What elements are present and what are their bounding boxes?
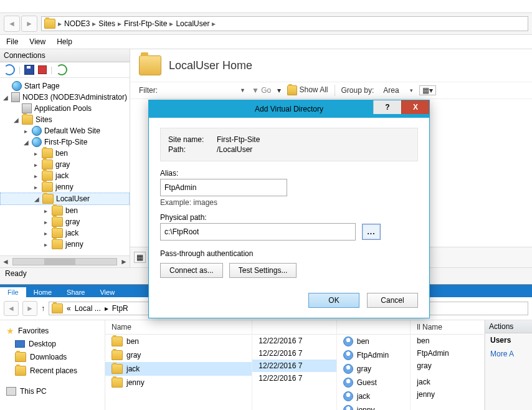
folder-icon	[52, 239, 63, 249]
passthrough-label: Pass-through authentication	[160, 249, 418, 258]
explorer-up[interactable]: ↑	[41, 304, 45, 313]
breadcrumb[interactable]: ▸NODE3 ▸Sites ▸First-Ftp-Site ▸LocalUser…	[41, 16, 528, 31]
save-icon[interactable]	[24, 65, 34, 75]
tree-folder[interactable]: jenny	[55, 183, 74, 191]
tree-folder[interactable]: jenny	[65, 240, 83, 249]
actions-header: Actions	[485, 320, 532, 333]
alias-example: Example: images	[160, 198, 418, 207]
breadcrumb-item[interactable]: FtpR	[112, 304, 128, 313]
add-virtual-directory-dialog: Add Virtual Directory ? X Site name:Firs…	[148, 100, 430, 318]
nav-favorites[interactable]: ★Favorites	[2, 324, 102, 338]
tab-home[interactable]: Home	[26, 287, 59, 297]
alias-label: Alias:	[160, 169, 418, 178]
browse-button[interactable]: ...	[362, 224, 381, 240]
tree-ftp-site[interactable]: First-Ftp-Site	[44, 138, 87, 146]
tree-apppools[interactable]: Application Pools	[34, 104, 92, 113]
tab-share[interactable]: Share	[59, 287, 92, 297]
menu-help[interactable]: Help	[57, 37, 72, 46]
list-full: jenny	[411, 388, 484, 401]
nav-recent[interactable]: Recent places	[2, 364, 102, 378]
tree-localuser[interactable]: LocalUser	[56, 194, 90, 203]
connect-as-button[interactable]: Connect as...	[160, 263, 223, 278]
horizontal-scrollbar[interactable]: ◄►	[0, 255, 130, 267]
window-titlebar	[0, 0, 532, 13]
user-icon	[343, 405, 353, 410]
breadcrumb-item[interactable]: Local ...	[75, 304, 101, 313]
alias-input[interactable]	[160, 179, 287, 196]
dialog-close-button[interactable]: X	[401, 100, 429, 114]
groupby-value[interactable]: Area	[380, 85, 402, 96]
list-item[interactable]: gray	[105, 348, 252, 362]
dialog-help-button[interactable]: ?	[373, 100, 401, 114]
nav-thispc[interactable]: This PC	[2, 385, 102, 398]
list-item[interactable]: jenny	[105, 376, 252, 389]
column-fullname[interactable]: ll Name	[411, 320, 484, 335]
explorer-nav-pane[interactable]: ★Favorites Desktop Downloads Recent plac…	[0, 320, 105, 410]
list-item[interactable]: jack	[105, 362, 252, 376]
folder-icon	[22, 115, 33, 125]
tree-folder[interactable]: jack	[65, 229, 78, 237]
forward-button[interactable]: ►	[21, 16, 37, 32]
physical-path-input[interactable]	[160, 223, 356, 241]
list-item[interactable]: gray	[337, 362, 411, 376]
ok-button[interactable]: OK	[308, 293, 359, 308]
list-item[interactable]: ben	[337, 335, 411, 348]
explorer-file-list[interactable]: Name ben gray jack jenny 12/22/2016 7 12…	[105, 320, 485, 410]
explorer-back[interactable]: ◄	[4, 301, 19, 316]
tree-folder[interactable]: gray	[55, 160, 70, 169]
features-view-icon[interactable]: ▦	[134, 252, 146, 263]
cancel-button[interactable]: Cancel	[367, 293, 418, 308]
show-all[interactable]: Show All	[287, 85, 328, 95]
user-icon	[343, 350, 353, 360]
list-item[interactable]: jack	[337, 389, 411, 403]
breadcrumb-item[interactable]: First-Ftp-Site	[124, 19, 167, 28]
user-icon	[343, 336, 353, 346]
star-icon: ★	[6, 326, 14, 336]
list-item[interactable]: jenny	[337, 403, 411, 410]
filter-dropdown[interactable]: ▼	[240, 87, 245, 93]
tab-file[interactable]: File	[0, 287, 26, 297]
tree-folder[interactable]: gray	[65, 217, 80, 226]
physical-path-label: Physical path:	[160, 213, 418, 222]
tree-default-site[interactable]: Default Web Site	[44, 126, 100, 135]
back-button[interactable]: ◄	[4, 16, 20, 32]
breadcrumb-item[interactable]: NODE3	[64, 19, 90, 28]
refresh2-icon[interactable]	[56, 64, 67, 75]
stop-icon[interactable]	[38, 65, 47, 74]
tree-server[interactable]: NODE3 (NODE3\Administrator)	[22, 93, 127, 102]
tab-view[interactable]: View	[92, 287, 122, 297]
view-toggle[interactable]: ▦▾	[419, 85, 436, 95]
folder-icon	[15, 352, 26, 362]
tree-folder[interactable]: ben	[55, 149, 68, 158]
tree-sites[interactable]: Sites	[36, 115, 52, 124]
breadcrumb-item[interactable]: Sites	[98, 19, 115, 28]
refresh-icon[interactable]	[4, 64, 15, 75]
nav-desktop[interactable]: Desktop	[2, 338, 102, 350]
list-item[interactable]: FtpAdmin	[337, 348, 411, 362]
actions-more[interactable]: More A	[485, 347, 532, 361]
folder-icon	[52, 303, 63, 313]
folder-icon	[42, 148, 53, 158]
tree-folder[interactable]: ben	[65, 206, 78, 215]
column-name[interactable]: Name	[105, 320, 252, 335]
list-full: jack	[411, 376, 484, 388]
menu-file[interactable]: File	[6, 37, 18, 46]
groupby-label: Group by:	[341, 86, 374, 95]
list-item[interactable]: ben	[105, 335, 252, 348]
go-button[interactable]: ▼ Go	[252, 86, 271, 95]
folder-icon	[52, 228, 63, 238]
explorer-forward[interactable]: ►	[22, 301, 37, 316]
menu-view[interactable]: View	[29, 37, 45, 46]
nav-downloads[interactable]: Downloads	[2, 350, 102, 364]
tree-start-page[interactable]: Start Page	[24, 82, 60, 90]
pc-icon	[6, 387, 16, 396]
dialog-titlebar[interactable]: Add Virtual Directory ? X	[149, 100, 429, 118]
path-value: /LocalUser	[217, 145, 252, 154]
test-settings-button[interactable]: Test Settings...	[229, 263, 297, 278]
list-date: 12/22/2016 7	[252, 347, 336, 360]
tree-folder[interactable]: jack	[55, 171, 69, 180]
list-item[interactable]: Guest	[337, 376, 411, 389]
filter-toolbar: Filter: ▼ ▼ Go ▾ Show All Group by: Area…	[130, 82, 532, 99]
connections-tree[interactable]: Start Page ◢NODE3 (NODE3\Administrator) …	[0, 78, 130, 255]
breadcrumb-item[interactable]: LocalUser	[176, 19, 209, 28]
